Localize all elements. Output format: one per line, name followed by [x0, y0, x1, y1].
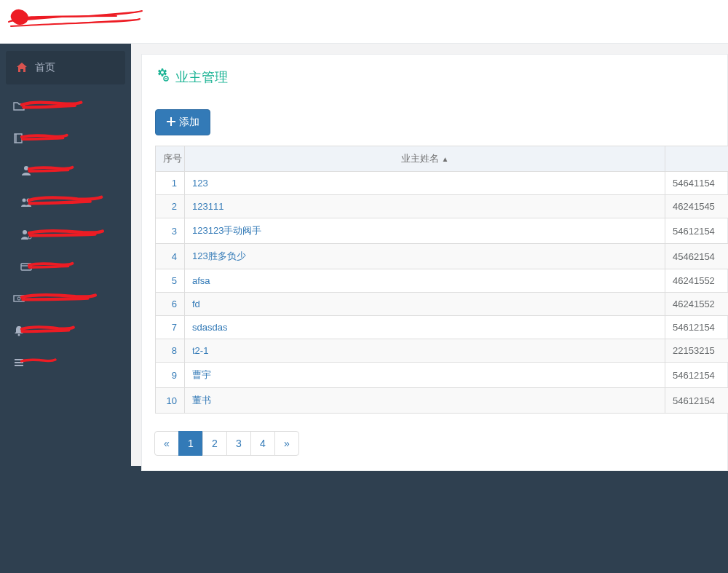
- cell-value: 45462154: [665, 244, 729, 269]
- home-icon: [16, 62, 28, 74]
- svg-point-14: [165, 78, 167, 79]
- page-3[interactable]: 3: [226, 431, 251, 456]
- cell-index: 6: [156, 293, 185, 316]
- sort-asc-icon: ▲: [442, 155, 449, 163]
- sidebar: 首页: [0, 44, 131, 573]
- cell-name[interactable]: 曹宇: [185, 363, 665, 388]
- cell-value: 46241552: [665, 293, 729, 316]
- main-inner: 业主管理 添加 序号 业主姓名▲: [131, 44, 728, 466]
- cell-value: 54612154: [665, 218, 729, 244]
- cogs-icon: [155, 68, 170, 86]
- table-header-row: 序号 业主姓名▲: [156, 146, 729, 172]
- cell-index: 2: [156, 195, 185, 218]
- cell-value: 54612154: [665, 363, 729, 388]
- cell-value: 54641154: [665, 172, 729, 195]
- sidebar-item-4[interactable]: [0, 186, 131, 218]
- sidebar-item-2[interactable]: [0, 122, 131, 154]
- cell-name[interactable]: 123: [185, 172, 665, 195]
- sidebar-item-7[interactable]: [0, 282, 131, 315]
- table-row: 6fd46241552: [156, 293, 729, 316]
- cell-index: 5: [156, 269, 185, 293]
- table-row: 8t2-122153215: [156, 339, 729, 363]
- sidebar-item-1[interactable]: [0, 90, 131, 122]
- cell-index: 1: [156, 172, 185, 195]
- cell-name[interactable]: 123123手动阀手: [185, 218, 665, 244]
- cell-value: 54612154: [665, 388, 729, 414]
- sidebar-item-home[interactable]: 首页: [6, 51, 125, 84]
- cell-value: 54612154: [665, 316, 729, 339]
- svg-point-1: [23, 199, 26, 202]
- page-2[interactable]: 2: [202, 431, 227, 456]
- sidebar-item-6[interactable]: [0, 250, 131, 282]
- cell-name[interactable]: sdasdas: [185, 316, 665, 339]
- col-header-value[interactable]: [665, 146, 729, 172]
- table-row: 3123123手动阀手54612154: [156, 218, 729, 244]
- pagination: « 1234»: [155, 431, 727, 456]
- page-prev[interactable]: «: [154, 431, 179, 456]
- plus-icon: [166, 116, 176, 129]
- cell-name[interactable]: 123胜多负少: [185, 244, 665, 269]
- cell-name[interactable]: fd: [185, 293, 665, 316]
- page-title: 业主管理: [155, 68, 727, 86]
- page-title-text: 业主管理: [175, 68, 228, 86]
- logo-redacted: [0, 0, 146, 40]
- cell-index: 7: [156, 316, 185, 339]
- main-area: 业主管理 添加 序号 业主姓名▲: [131, 44, 728, 573]
- add-button-label: 添加: [179, 116, 199, 129]
- cell-name[interactable]: afsa: [185, 269, 665, 293]
- sidebar-item-8[interactable]: [0, 315, 131, 347]
- table-row: 10董书54612154: [156, 388, 729, 414]
- cell-index: 9: [156, 363, 185, 388]
- cell-index: 3: [156, 218, 185, 244]
- table-row: 4123胜多负少45462154: [156, 244, 729, 269]
- svg-rect-16: [167, 121, 175, 122]
- cell-value: 22153215: [665, 339, 729, 363]
- cell-value: 46241545: [665, 195, 729, 218]
- col-header-name[interactable]: 业主姓名▲: [185, 146, 665, 172]
- sidebar-item-9[interactable]: [0, 347, 131, 379]
- sidebar-item-5[interactable]: [0, 218, 131, 250]
- sidebar-item-3[interactable]: [0, 154, 131, 186]
- panel: 业主管理 添加 序号 业主姓名▲: [141, 54, 728, 471]
- col-header-index[interactable]: 序号: [156, 146, 185, 172]
- page-next[interactable]: »: [274, 431, 299, 456]
- cell-index: 4: [156, 244, 185, 269]
- cell-value: 46241552: [665, 269, 729, 293]
- cell-index: 10: [156, 388, 185, 414]
- table-row: 212311146241545: [156, 195, 729, 218]
- svg-point-3: [23, 230, 27, 234]
- sidebar-item-label: 首页: [35, 61, 55, 74]
- table-row: 7sdasdas54612154: [156, 316, 729, 339]
- data-table: 序号 业主姓名▲ 1123546411542123111462415453123…: [155, 146, 728, 414]
- page-1[interactable]: 1: [178, 431, 203, 456]
- top-header: [0, 0, 728, 44]
- page-4[interactable]: 4: [250, 431, 275, 456]
- table-row: 9曹宇54612154: [156, 363, 729, 388]
- cell-name[interactable]: t2-1: [185, 339, 665, 363]
- cell-name[interactable]: 123111: [185, 195, 665, 218]
- table-row: 112354641154: [156, 172, 729, 195]
- cell-name[interactable]: 董书: [185, 388, 665, 414]
- cell-index: 8: [156, 339, 185, 363]
- table-row: 5afsa46241552: [156, 269, 729, 293]
- add-button[interactable]: 添加: [155, 109, 210, 135]
